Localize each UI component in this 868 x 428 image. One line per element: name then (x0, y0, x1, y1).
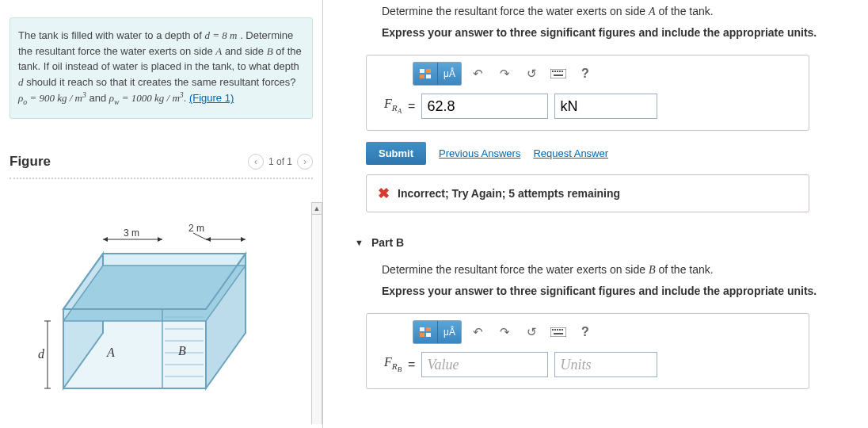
units-symbols-button[interactable]: μÅ (437, 63, 461, 85)
undo-button[interactable]: ↶ (466, 321, 489, 343)
request-answer-link[interactable]: Request Answer (533, 147, 608, 159)
feedback-message: Incorrect; Try Again; 5 attempts remaini… (398, 187, 620, 200)
scroll-up-icon[interactable]: ▲ (311, 202, 322, 215)
problem-text: and (89, 92, 108, 104)
svg-rect-27 (550, 69, 566, 78)
svg-rect-38 (550, 327, 566, 337)
figure-divider (10, 178, 313, 179)
svg-rect-39 (552, 329, 554, 331)
svg-rect-24 (426, 69, 431, 73)
svg-rect-40 (554, 329, 556, 331)
dim-3m-label: 3 m (124, 227, 139, 239)
svg-rect-23 (420, 69, 424, 73)
keyboard-icon (550, 327, 566, 337)
part-a-value-input[interactable] (421, 94, 548, 119)
part-b-header: ▼ Part B (355, 236, 868, 249)
feedback-box: ✖ Incorrect; Try Again; 5 attempts remai… (366, 174, 809, 212)
part-b-units-input[interactable]: Units (554, 352, 657, 377)
svg-rect-30 (557, 71, 558, 72)
svg-line-22 (193, 233, 207, 240)
part-a-units-input[interactable] (554, 94, 657, 119)
dim-d-label: d (38, 347, 45, 361)
help-button[interactable]: ? (574, 321, 596, 343)
submit-button[interactable]: Submit (366, 142, 426, 165)
rho-water: ρw = 1000 kg / m3 (109, 92, 184, 104)
templates-button[interactable] (413, 321, 437, 343)
rho-oil: ρo = 900 kg / m3 (18, 92, 86, 104)
figure-header: Figure ‹ 1 of 1 › (10, 154, 313, 170)
part-b-input-row: FRB = Value Units (367, 346, 809, 388)
right-panel: Determine the resultant force the water … (323, 0, 868, 428)
side-a: A (215, 45, 222, 57)
svg-marker-18 (158, 237, 162, 242)
figure-pager-label: 1 of 1 (268, 156, 292, 167)
dim-2m-label: 2 m (188, 223, 204, 234)
svg-rect-42 (559, 329, 561, 331)
svg-marker-21 (241, 237, 246, 242)
svg-rect-37 (426, 333, 431, 337)
figure-image: d 3 m 2 m A B (24, 222, 293, 420)
svg-rect-36 (420, 333, 424, 337)
toolbar-group: μÅ (413, 62, 462, 86)
incorrect-icon: ✖ (378, 185, 390, 202)
svg-rect-25 (420, 75, 424, 78)
part-a-prompt: Determine the resultant force the water … (382, 5, 868, 18)
equals-sign: = (408, 99, 415, 113)
left-panel: The tank is filled with water to a depth… (0, 0, 323, 428)
part-a-submit-row: Submit Previous Answers Request Answer (366, 142, 868, 165)
svg-rect-33 (554, 75, 563, 76)
d-expression: d = 8 m (205, 29, 238, 41)
svg-rect-31 (559, 71, 561, 72)
figure-pager: ‹ 1 of 1 › (248, 154, 313, 170)
scroll-track[interactable] (311, 215, 322, 424)
svg-rect-32 (562, 71, 563, 72)
part-b-title: Part B (371, 236, 404, 249)
side-b: B (267, 45, 273, 57)
reset-button[interactable]: ↺ (520, 321, 542, 343)
reset-button[interactable]: ↺ (520, 63, 542, 85)
problem-text: should it reach so that it creates the s… (26, 76, 295, 88)
undo-button[interactable]: ↶ (466, 63, 489, 85)
part-b-prompt: Determine the resultant force the water … (382, 263, 868, 277)
templates-button[interactable] (413, 63, 437, 85)
templates-icon (419, 327, 432, 338)
part-a-instruction: Express your answer to three significant… (382, 26, 868, 39)
redo-button[interactable]: ↷ (493, 63, 516, 85)
templates-icon (419, 68, 432, 79)
part-a-input-row: FRA = (367, 87, 809, 130)
part-b-value-input[interactable]: Value (421, 352, 548, 377)
figure-prev-button[interactable]: ‹ (248, 154, 264, 170)
part-b-lhs: FRB (384, 355, 402, 373)
d-var: d (18, 76, 24, 88)
help-button[interactable]: ? (574, 63, 596, 85)
units-symbols-button[interactable]: μÅ (437, 321, 461, 343)
part-a-answer-box: μÅ ↶ ↷ ↺ ? FRA = (366, 55, 809, 131)
equals-sign: = (408, 357, 415, 372)
svg-rect-29 (554, 71, 556, 72)
toolbar-group: μÅ (413, 320, 462, 344)
problem-text: The tank is filled with water to a depth… (18, 29, 205, 41)
svg-rect-34 (420, 327, 424, 331)
redo-button[interactable]: ↷ (493, 321, 516, 343)
part-b-answer-box: μÅ ↶ ↷ ↺ ? FRB = Value Units (366, 313, 809, 389)
keyboard-icon (550, 69, 566, 78)
svg-rect-35 (426, 327, 431, 331)
figure-next-button[interactable]: › (297, 154, 313, 170)
svg-rect-28 (552, 71, 554, 72)
face-b-label: B (178, 344, 186, 357)
face-a-label: A (106, 346, 115, 359)
answer-toolbar: μÅ ↶ ↷ ↺ ? (367, 314, 809, 346)
answer-toolbar: μÅ ↶ ↷ ↺ ? (367, 55, 809, 87)
problem-statement: The tank is filled with water to a depth… (10, 17, 313, 119)
svg-rect-44 (554, 333, 563, 334)
keyboard-button[interactable] (547, 321, 569, 343)
part-a-lhs: FRA (384, 97, 402, 115)
previous-answers-link[interactable]: Previous Answers (439, 147, 520, 159)
svg-marker-17 (103, 237, 108, 242)
collapse-caret-icon[interactable]: ▼ (355, 238, 364, 247)
keyboard-button[interactable] (547, 63, 569, 85)
svg-rect-41 (557, 329, 558, 331)
figure-scrollbar[interactable]: ▲ (311, 202, 322, 424)
figure-link[interactable]: (Figure 1) (189, 92, 234, 104)
part-b-instruction: Express your answer to three significant… (382, 285, 868, 297)
